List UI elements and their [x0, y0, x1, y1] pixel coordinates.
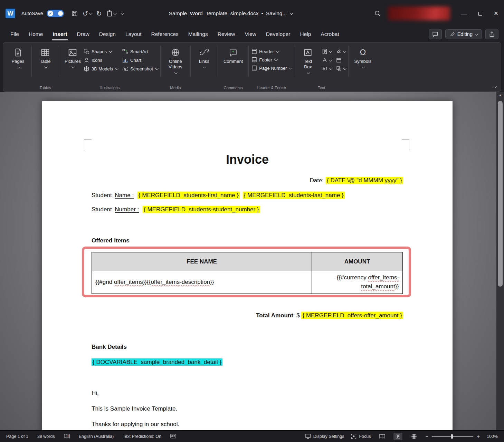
pages-button[interactable]: Pages — [7, 45, 29, 68]
group-tables: Table Tables — [32, 45, 58, 84]
tab-view[interactable]: View — [240, 28, 261, 40]
document-page[interactable]: Invoice Date:{ DATE \@ "d MMMM yyyy" } S… — [42, 101, 453, 430]
footer-button[interactable]: Footer — [251, 57, 291, 63]
3d-models-button[interactable]: 3D Models — [84, 66, 117, 72]
scrollbar-thumb[interactable] — [498, 101, 503, 287]
tab-help[interactable]: Help — [295, 28, 316, 40]
offered-items-table[interactable]: FEE NAME AMOUNT {{#grid offer_items}}{{o… — [92, 252, 403, 294]
zoom-in-button[interactable]: + — [477, 433, 480, 439]
read-mode-button[interactable] — [378, 433, 387, 440]
saving-status: Saving... — [266, 10, 287, 17]
zoom-slider-track[interactable] — [432, 436, 473, 437]
document-title-area[interactable]: Sample_Word_Template_simple.docx • Savin… — [169, 0, 292, 27]
drop-cap-button[interactable] — [322, 66, 331, 71]
3d-models-icon — [84, 66, 89, 72]
table-button[interactable]: Table — [35, 45, 56, 68]
page-indicator[interactable]: Page 1 of 1 — [6, 434, 28, 439]
wordart-button[interactable] — [322, 57, 331, 63]
icons-button[interactable]: Icons — [84, 57, 117, 63]
header-button[interactable]: Header — [251, 49, 291, 54]
tab-home[interactable]: Home — [24, 28, 48, 40]
scroll-up-icon[interactable]: ▲ — [496, 93, 504, 97]
chevron-down-icon — [89, 11, 93, 15]
signature-line-button[interactable] — [336, 49, 345, 54]
tab-review[interactable]: Review — [213, 28, 240, 40]
close-button[interactable]: × — [488, 0, 504, 27]
vertical-scrollbar[interactable]: ▲ — [496, 92, 504, 430]
pictures-icon — [68, 48, 77, 57]
first-name-field-code[interactable]: { MERGEFIELD students-first_name } — [137, 192, 240, 199]
minimize-button[interactable]: — — [456, 0, 472, 27]
quick-parts-icon — [322, 49, 327, 54]
tab-design[interactable]: Design — [94, 28, 121, 40]
text-group-mini-buttons — [322, 45, 345, 71]
date-line: Date:{ DATE \@ "d MMMM yyyy" } — [310, 177, 403, 184]
symbols-button[interactable]: Ω Symbols — [351, 45, 374, 68]
web-layout-button[interactable] — [409, 433, 418, 440]
search-button[interactable] — [370, 6, 385, 21]
autosave-control[interactable]: AutoSave ✓ — [21, 10, 64, 17]
text-box-button[interactable]: Text Box — [297, 45, 318, 74]
undo-button[interactable]: ↺ — [83, 10, 92, 18]
header-label: Header — [259, 49, 274, 54]
online-videos-button[interactable]: Online Videos — [163, 45, 188, 74]
chart-button[interactable]: Chart — [122, 57, 158, 63]
fee-name-cell[interactable]: {{#grid offer_items}}{{offer_items-descr… — [92, 271, 312, 294]
chevron-down-icon — [115, 67, 118, 70]
illustrations-col-1: Shapes Icons 3D Models — [84, 45, 117, 72]
zoom-out-button[interactable]: − — [425, 433, 428, 439]
share-button[interactable] — [485, 29, 498, 39]
tab-draw[interactable]: Draw — [72, 28, 94, 40]
display-settings-button[interactable]: Display Settings — [305, 434, 344, 439]
maximize-button[interactable] — [472, 0, 488, 27]
clipboard-button[interactable] — [107, 10, 116, 17]
tab-mailings[interactable]: Mailings — [183, 28, 213, 40]
print-layout-button[interactable] — [393, 433, 402, 440]
tab-file[interactable]: File — [6, 28, 24, 40]
page-number-button[interactable]: Page Number — [251, 65, 291, 71]
quick-parts-button[interactable] — [322, 49, 331, 54]
tab-acrobat[interactable]: Acrobat — [316, 28, 344, 40]
save-button[interactable] — [72, 10, 78, 17]
screenshot-button[interactable]: Screenshot — [122, 66, 158, 72]
maximize-icon — [478, 12, 482, 16]
date-field-code[interactable]: { DATE \@ "d MMMM yyyy" } — [326, 177, 403, 184]
bank-details-field-code[interactable]: { DOCVARIABLE sample_branded_bank_detail… — [92, 358, 222, 366]
focus-icon — [351, 434, 356, 439]
smartart-button[interactable]: SmartArt — [122, 49, 158, 55]
collapse-ribbon-button[interactable] — [494, 83, 496, 89]
tab-developer[interactable]: Developer — [261, 28, 295, 40]
student-name-line: Student Name : { MERGEFIELD students-fir… — [92, 192, 345, 199]
tab-layout[interactable]: Layout — [121, 28, 146, 40]
amount-cell[interactable]: {{#currency offer_items-total_amount}} — [312, 271, 402, 294]
qat-overflow-button[interactable] — [121, 12, 123, 15]
zoom-level[interactable]: 100% — [487, 434, 498, 439]
zoom-slider-thumb[interactable] — [451, 434, 453, 439]
student-number-field-code[interactable]: { MERGEFIELD students-student_number } — [143, 206, 260, 213]
date-time-button[interactable] — [336, 57, 345, 63]
smartart-icon — [122, 49, 128, 55]
links-button[interactable]: Links — [193, 45, 215, 68]
word-count[interactable]: 38 words — [37, 434, 55, 439]
object-icon — [336, 66, 342, 71]
editing-mode-button[interactable]: Editing — [445, 29, 482, 39]
proofing-status[interactable] — [64, 434, 70, 439]
comments-button[interactable] — [429, 29, 442, 39]
redo-button[interactable]: ↻ — [96, 10, 102, 18]
language-indicator[interactable]: English (Australia) — [79, 434, 114, 439]
object-button[interactable] — [336, 66, 345, 71]
total-amount-field-code[interactable]: { MERGEFIELD offers-offer_amount } — [301, 312, 403, 319]
autosave-toggle[interactable]: ✓ — [47, 10, 64, 17]
last-name-field-code[interactable]: { MERGEFIELD students-last_name } — [243, 192, 345, 199]
tab-insert[interactable]: Insert — [48, 28, 72, 40]
text-predictions-indicator[interactable]: Text Predictions: On — [123, 434, 161, 439]
new-comment-icon — [229, 48, 238, 57]
account-redacted — [388, 7, 450, 20]
comment-button[interactable]: Comment — [221, 45, 246, 64]
tab-references[interactable]: References — [146, 28, 183, 40]
accessibility-status[interactable] — [170, 434, 176, 439]
shapes-button[interactable]: Shapes — [84, 49, 117, 55]
focus-button[interactable]: Focus — [351, 434, 371, 439]
pictures-button[interactable]: Pictures — [62, 45, 84, 68]
group-caption-text: Text — [295, 86, 348, 90]
